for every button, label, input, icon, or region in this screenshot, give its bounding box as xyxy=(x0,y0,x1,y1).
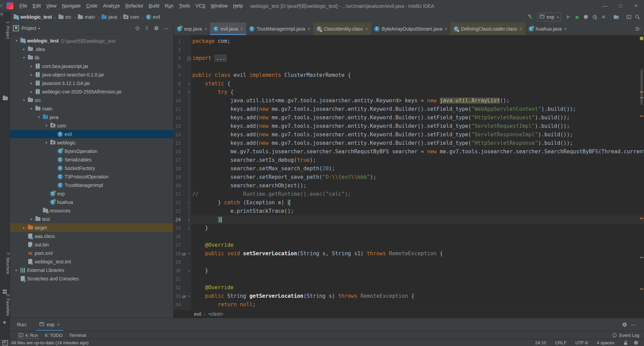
close-icon[interactable]: × xyxy=(445,26,447,32)
expander-icon[interactable]: ▾ xyxy=(29,107,34,110)
code-line-8[interactable]: 8▿ static { xyxy=(174,80,644,88)
tree-item-com.bea.javascript.jar[interactable]: ▸com.bea.javascript.jar xyxy=(10,62,173,70)
line-number[interactable]: 20 xyxy=(174,181,181,190)
menu-item-tools[interactable]: Tools xyxy=(176,0,193,12)
code-line-19[interactable]: 19 searcher.setReport_save_path("D:\\tes… xyxy=(174,173,644,181)
stripe-mark[interactable] xyxy=(640,97,643,98)
line-number[interactable]: 32 xyxy=(174,283,181,292)
expander-icon[interactable]: ▸ xyxy=(29,90,34,93)
gutter-line-1[interactable]: 1 xyxy=(174,37,191,46)
code-line-18[interactable]: 18 searcher.setMax_search_depth(20); xyxy=(174,165,644,173)
expander-icon[interactable]: ▾ xyxy=(36,115,42,119)
editor-tab-exp-java[interactable]: Cexp.java× xyxy=(174,22,210,35)
code-line-15[interactable]: 15 keys.add(new me.gv7.tools.josearcher.… xyxy=(174,139,644,148)
run-button[interactable] xyxy=(564,13,573,21)
line-number[interactable]: 8 xyxy=(174,80,181,88)
breadcrumb-member[interactable]: <clinit> xyxy=(208,311,223,317)
expander-icon[interactable]: ▸ xyxy=(21,47,27,51)
line-number[interactable]: 19 xyxy=(174,173,181,181)
line-number[interactable]: 13 xyxy=(174,122,181,131)
expander-icon[interactable]: ▸ xyxy=(29,73,34,76)
gutter-line-30[interactable]: 30▵ xyxy=(174,266,191,275)
close-icon[interactable]: × xyxy=(204,26,207,32)
line-number[interactable]: 34 xyxy=(174,300,181,309)
code-line-16[interactable]: 16 me.gv7.tools.josearcher.searcher.Sear… xyxy=(174,148,644,156)
gutter-line-29[interactable]: 29 xyxy=(174,258,191,266)
code-line-27[interactable]: 27 @Override xyxy=(174,241,644,249)
line-number[interactable]: 15 xyxy=(174,139,181,148)
gutter-line-26[interactable]: 26 xyxy=(174,232,191,241)
breadcrumb-item-com[interactable]: com xyxy=(123,14,139,20)
hide-panel-icon[interactable]: — xyxy=(161,24,171,33)
editor-tab-TrustManagerImpl-java[interactable]: CTrustManagerImpl.java× xyxy=(246,22,313,35)
ide-errors-icon[interactable] xyxy=(633,340,639,345)
menu-item-refactor[interactable]: Refactor xyxy=(123,0,146,12)
code-line-2[interactable]: 2 xyxy=(174,46,644,54)
expander-icon[interactable]: ▸ xyxy=(14,268,19,272)
tree-item-weblogic-cve-2020-2555AllVersion.jar[interactable]: ▸weblogic-cve-2020-2555AllVersion.jar xyxy=(10,87,173,96)
breadcrumb-item-weblogic_test[interactable]: weblogic_test xyxy=(14,14,52,20)
vertical-scrollbar[interactable] xyxy=(641,69,643,105)
menu-item-code[interactable]: Code xyxy=(83,0,100,12)
stripe-mark[interactable] xyxy=(640,289,643,290)
tree-item-ExternalLibraries[interactable]: ▸External Libraries xyxy=(10,266,173,274)
stripe-project-button[interactable]: 1: Project xyxy=(0,21,10,39)
gutter-line-33[interactable]: 33▿ xyxy=(174,292,191,300)
tree-item-weblogic_test[interactable]: ▾weblogic_testD:\java代码\weblogic_test xyxy=(10,36,173,45)
profiler-button[interactable] xyxy=(590,13,599,21)
breadcrumb-item-java[interactable]: java xyxy=(102,14,117,20)
debug-button[interactable] xyxy=(573,13,581,21)
tree-item-evil[interactable]: Cevil xyxy=(10,130,173,138)
stripe-mark[interactable] xyxy=(640,257,643,258)
tree-item-exp[interactable]: Cexp xyxy=(10,189,173,198)
menu-item-navigate[interactable]: Navigate xyxy=(59,0,83,12)
breadcrumb-item-src[interactable]: src xyxy=(58,14,72,20)
editor-tab-evil-java[interactable]: Cevil.java× xyxy=(210,22,246,35)
line-number[interactable]: 27 xyxy=(174,241,181,249)
line-number[interactable]: 16 xyxy=(174,148,181,156)
code-line-17[interactable]: 17 searcher.setIs_debug(true); xyxy=(174,156,644,165)
build-hammer-button[interactable] xyxy=(526,13,535,21)
tree-item-T3ProtocolOperation[interactable]: CT3ProtocolOperation xyxy=(10,172,173,181)
expander-icon[interactable]: ▾ xyxy=(14,39,19,42)
toolwindow-button-4Run[interactable]: 4: Run xyxy=(15,331,41,339)
tree-item-weblogic[interactable]: ▾weblogic xyxy=(10,138,173,147)
line-number[interactable]: 24 xyxy=(174,215,181,224)
line-number[interactable]: 6 xyxy=(174,63,181,71)
maximize-button[interactable]: □ xyxy=(613,0,628,12)
breadcrumb-class[interactable]: evil xyxy=(194,311,201,317)
code-line-7[interactable]: 7public class evil implements ClusterMas… xyxy=(174,71,644,80)
gutter-line-34[interactable]: 34 xyxy=(174,300,191,309)
code-line-13[interactable]: 13 keys.add(new me.gv7.tools.josearcher.… xyxy=(174,122,644,131)
line-number[interactable]: 9 xyxy=(174,88,181,97)
code-line-24[interactable]: 24▵ } xyxy=(174,215,644,224)
editor-tab-ByteArrayOutputStream-java[interactable]: CByteArrayOutputStream.java× xyxy=(371,22,450,35)
run-config-selector[interactable]: exp ▾ xyxy=(537,13,561,21)
code-line-22[interactable]: 22▿ } catch (Exception e) { xyxy=(174,198,644,207)
code-line-11[interactable]: 11 keys.add(new me.gv7.tools.josearcher.… xyxy=(174,105,644,114)
tree-item-com[interactable]: ▾com xyxy=(10,121,173,130)
status-widget-line-endings[interactable]: CRLF xyxy=(555,340,567,345)
close-icon[interactable]: × xyxy=(365,26,368,32)
tree-item-lib[interactable]: ▾lib xyxy=(10,53,173,62)
expander-icon[interactable]: ▾ xyxy=(43,124,49,127)
line-number[interactable]: 1 xyxy=(174,37,181,46)
tree-item-src[interactable]: ▾src xyxy=(10,96,173,104)
line-number[interactable]: 31 xyxy=(174,275,181,283)
stripe-mark[interactable] xyxy=(640,116,643,117)
project-structure-button[interactable] xyxy=(612,13,621,21)
line-number[interactable]: 12 xyxy=(174,114,181,122)
gutter-line-3[interactable]: 3+ xyxy=(174,54,191,63)
menu-item-file[interactable]: File xyxy=(17,0,30,12)
close-icon[interactable]: × xyxy=(519,26,522,32)
code-line-9[interactable]: 9▿ try { xyxy=(174,88,644,97)
fold-end-icon[interactable]: ▵ xyxy=(187,215,191,224)
hide-panel-icon[interactable]: — xyxy=(629,320,638,329)
minimize-button[interactable]: — xyxy=(597,0,613,12)
code-line-14[interactable]: 14 keys.add(new me.gv7.tools.josearcher.… xyxy=(174,131,644,139)
menu-item-edit[interactable]: Edit xyxy=(30,0,43,12)
code-line-6[interactable]: 6 xyxy=(174,63,644,71)
fold-collapse-icon[interactable]: ▿ xyxy=(187,292,191,300)
tree-item-.idea[interactable]: ▸.idea xyxy=(10,45,173,53)
menu-item-analyze[interactable]: Analyze xyxy=(100,0,123,12)
